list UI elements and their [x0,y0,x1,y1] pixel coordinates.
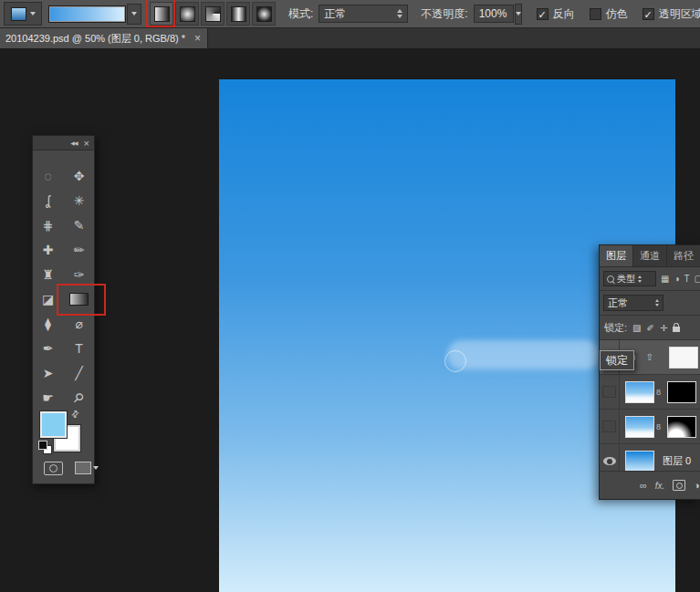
dodge-tool[interactable]: ⌀ [64,311,95,336]
gradient-picker-arrow[interactable] [127,4,141,25]
updown-arrows-icon [655,299,659,306]
foreground-color-swatch[interactable] [40,411,67,438]
type-icon: T [75,341,83,356]
hand-tool[interactable]: ☛ [33,385,64,410]
layer-row-sky-2[interactable]: 8 [600,410,700,444]
gradient-preset-icon [11,7,26,21]
default-colors-icon[interactable] [38,441,51,453]
add-mask-icon[interactable] [673,480,685,491]
mask-link-icon[interactable]: 8 [656,422,661,431]
filter-adjustment-icon[interactable]: ◑ [674,274,679,284]
gradient-preview-swatch[interactable] [48,5,126,23]
tab-paths[interactable]: 路径 [667,245,700,266]
layer-mask-thumbnail[interactable] [667,416,696,438]
opacity-select[interactable]: 100% [474,5,514,23]
collapse-panel-icon[interactable]: ◀◀ [70,140,77,146]
layer-thumbnail[interactable] [625,451,654,473]
tools-panel-header[interactable]: ◀◀ × [33,136,94,151]
layer-filter-row: 类型 ▦ ◑ T ▢ [600,267,700,291]
history-brush-tool[interactable]: ✑ [64,262,95,286]
lock-all-icon[interactable] [673,327,680,332]
marquee-icon: ◌ [44,169,51,183]
dither-option: 仿色 [590,6,628,22]
filter-shape-icon[interactable]: ▢ [695,274,700,284]
gradient-tool[interactable] [64,286,95,311]
brush-tool[interactable]: ✏ [64,237,95,262]
magic-wand-icon: ✳ [74,193,85,208]
eraser-icon: ◪ [42,292,54,306]
crop-tool[interactable]: ⋕ [33,213,64,237]
zoom-tool[interactable]: ⚲ [64,385,95,410]
close-panel-icon[interactable]: × [84,139,89,148]
lock-transparency-icon[interactable]: ▨ [632,323,641,333]
lock-position-icon[interactable]: ✛ [660,323,667,333]
visibility-cell[interactable] [600,410,620,443]
filter-type-icon[interactable]: T [684,274,690,284]
layer-row-sky-1[interactable]: 8 [600,375,700,410]
eraser-tool[interactable]: ◪ [33,286,64,311]
layer-style-icon[interactable]: fx. [655,481,665,491]
linear-gradient-icon [154,6,170,22]
document-title: 20104239.psd @ 50% (图层 0, RGB/8) * [5,32,185,46]
type-tool[interactable]: T [64,336,95,360]
lock-pixels-icon[interactable]: ✐ [647,323,654,333]
adjustment-layer-icon[interactable]: ◑ [694,480,700,491]
layer-badge-icon: ⇧ [645,352,653,362]
layer-thumbnail[interactable] [625,381,654,403]
pen-tool[interactable]: ✒ [33,336,64,360]
reflected-gradient-button[interactable] [226,2,250,26]
quick-mask-icon[interactable] [44,462,63,475]
transparency-checkbox[interactable]: ✓ [643,8,654,20]
layer-thumbnail[interactable] [625,416,654,438]
eye-icon[interactable] [603,457,616,465]
tab-layers[interactable]: 图层 [600,245,633,266]
clone-stamp-tool[interactable]: ♜ [33,262,64,286]
dither-checkbox[interactable] [590,8,601,20]
line-tool[interactable]: ╱ [64,360,95,385]
radial-gradient-button[interactable] [175,2,199,26]
healing-brush-tool[interactable]: ✚ [33,237,64,262]
visibility-cell[interactable] [600,375,620,409]
dither-label: 仿色 [606,6,628,22]
blend-mode-row: 正常 [600,291,700,316]
layer-mask-thumbnail[interactable] [667,381,696,403]
blend-mode-select[interactable]: 正常 [319,5,408,23]
layer-name[interactable]: 图层 0 [663,454,691,468]
reverse-checkbox[interactable]: ✓ [537,8,549,20]
marquee-tool[interactable]: ◌ [33,163,64,188]
linear-gradient-button[interactable] [150,2,173,26]
chevron-down-icon [30,12,36,16]
move-tool[interactable]: ✥ [64,163,95,188]
diamond-gradient-button[interactable] [252,2,276,26]
angle-gradient-icon [205,6,221,22]
tooltip-text: 锁定 [606,353,628,369]
magic-wand-tool[interactable]: ✳ [64,188,95,213]
tool-preset-picker[interactable] [4,2,42,26]
angle-gradient-button[interactable] [201,2,225,26]
lasso-tool[interactable]: ʆ [33,188,64,213]
tab-channels[interactable]: 通道 [633,245,667,266]
path-select-icon: ➤ [43,366,54,380]
document-tab[interactable]: 20104239.psd @ 50% (图层 0, RGB/8) * × [0,28,208,48]
layer-blend-mode-value: 正常 [608,296,628,310]
filter-image-icon[interactable]: ▦ [661,274,669,284]
layer-filter-select[interactable]: 类型 [603,271,656,286]
eyedropper-tool[interactable]: ✎ [64,213,95,237]
transparency-option: ✓ 透明区域 [643,6,700,22]
pen-icon: ✒ [43,341,54,356]
transparency-label: 透明区域 [659,6,700,22]
document-tab-bar: 20104239.psd @ 50% (图层 0, RGB/8) * × [0,28,700,48]
path-select-tool[interactable]: ➤ [33,360,64,385]
close-tab-icon[interactable]: × [194,32,201,45]
link-layers-icon[interactable]: ∞ [640,480,647,491]
screen-mode-icon[interactable] [75,462,91,474]
gradient-picker[interactable] [48,4,141,25]
chevron-down-icon [93,466,99,470]
layer-blend-mode-select[interactable]: 正常 [603,295,663,311]
filter-kind-label: 类型 [617,273,635,286]
opacity-value: 100% [479,7,507,20]
mask-link-icon[interactable]: 8 [656,388,661,397]
blur-tool[interactable]: ⧫ [33,311,64,336]
layer-mask-thumbnail[interactable] [669,347,698,369]
opacity-arrow-button[interactable] [515,4,522,25]
